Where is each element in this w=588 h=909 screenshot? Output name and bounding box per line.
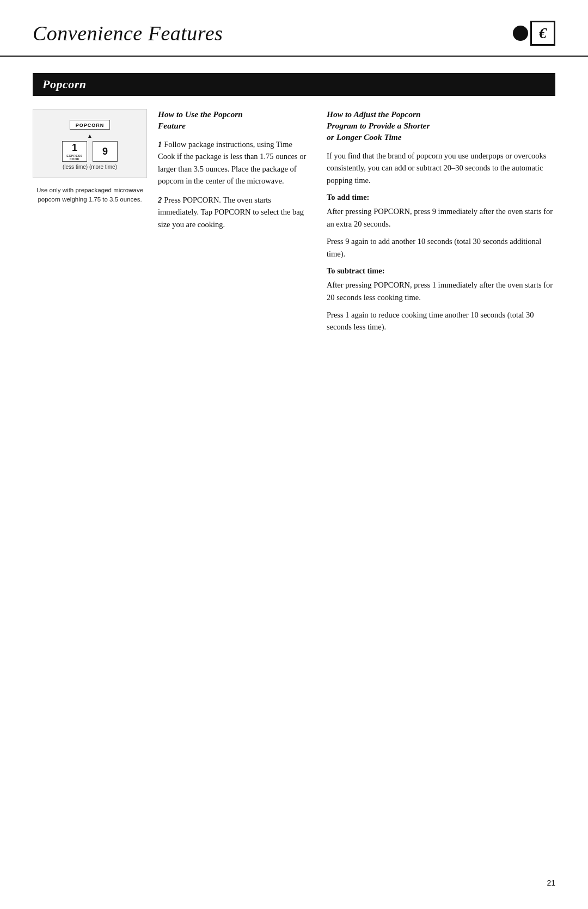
section-bar: Popcorn: [33, 73, 555, 96]
step-1-number: 1: [158, 140, 162, 149]
intro-text: If you find that the brand of popcorn yo…: [327, 150, 555, 186]
section-title: Popcorn: [42, 77, 87, 91]
mid-col-heading: How to Use the Popcorn Feature: [158, 109, 310, 132]
main-content: POPCORN ▲ 1 EXPRESS COOK 9 (less time) (…: [33, 96, 555, 339]
button-row: 1 EXPRESS COOK 9: [41, 141, 139, 162]
step-1-text: Follow package instructions, using Time …: [158, 140, 306, 185]
add-time-p2: Press 9 again to add another 10 seconds …: [327, 235, 555, 260]
step-2-number: 2: [158, 196, 162, 204]
step-2-block: 2 Press POPCORN. The oven starts immedia…: [158, 194, 310, 230]
btn-1-diagram: 1 EXPRESS COOK: [62, 141, 87, 162]
left-column: POPCORN ▲ 1 EXPRESS COOK 9 (less time) (…: [33, 109, 158, 339]
btn-9-diagram: 9: [93, 141, 118, 162]
right-col-heading: How to Adjust the Popcorn Program to Pro…: [327, 109, 555, 143]
arrow-down-icon: ▲: [41, 133, 139, 139]
diagram-note: Use only with prepackaged microwave popc…: [33, 186, 147, 204]
e-icon: €: [530, 21, 555, 46]
right-column: How to Adjust the Popcorn Program to Pro…: [327, 109, 555, 339]
page: Convenience Features € Popcorn POPCORN ▲…: [0, 0, 588, 909]
diagram-box: POPCORN ▲ 1 EXPRESS COOK 9 (less time) (…: [33, 109, 147, 178]
add-time-p1: After pressing POPCORN, press 9 immediat…: [327, 205, 555, 230]
step-2-text: Press POPCORN. The oven starts immediate…: [158, 196, 304, 229]
middle-column: How to Use the Popcorn Feature 1 Follow …: [158, 109, 327, 339]
bullet-icon: [513, 26, 528, 41]
step-1-block: 1 Follow package instructions, using Tim…: [158, 138, 310, 187]
subtract-time-p2: Press 1 again to reduce cooking time ano…: [327, 309, 555, 333]
page-number: 21: [547, 879, 555, 887]
subtract-time-p1: After pressing POPCORN, press 1 immediat…: [327, 279, 555, 303]
subtract-time-label: To subtract time:: [327, 266, 555, 276]
header-icons: €: [513, 21, 555, 46]
popcorn-button-diagram: POPCORN: [70, 120, 111, 130]
btn-captions: (less time) (more time): [41, 164, 139, 170]
page-title: Convenience Features: [33, 21, 223, 45]
header: Convenience Features €: [0, 0, 588, 57]
add-time-label: To add time:: [327, 193, 555, 202]
